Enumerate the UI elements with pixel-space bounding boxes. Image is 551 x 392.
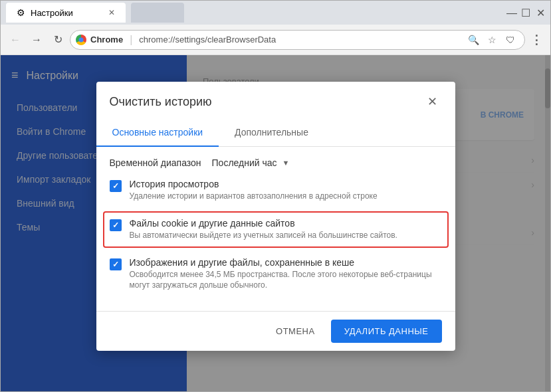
minimize-button[interactable]: — xyxy=(506,8,516,17)
cookies-desc: Вы автоматически выйдете из учетных запи… xyxy=(130,230,442,241)
title-bar: ⚙ Настройки ✕ — ☐ ✕ xyxy=(1,1,550,25)
active-tab-label: Настройки xyxy=(31,8,73,18)
maximize-button[interactable]: ☐ xyxy=(521,8,530,17)
window-controls: — ☐ ✕ xyxy=(506,8,545,17)
cookies-checkbox-item: ✓ Файлы cookie и другие данные сайтов Вы… xyxy=(103,211,449,248)
history-checkbox-content: История просмотров Удаление истории и ва… xyxy=(130,179,442,202)
cancel-button[interactable]: ОТМЕНА xyxy=(265,321,326,342)
tab-basic[interactable]: Основные настройки xyxy=(96,119,219,147)
tab-advanced[interactable]: Дополнительные xyxy=(219,119,324,147)
time-range-row: Временной диапазон Последний час ▼ xyxy=(110,157,442,168)
cache-title: Изображения и другие файлы, сохраненные … xyxy=(130,257,442,268)
cache-desc: Освободится менее 34,5 МБ пространства. … xyxy=(130,269,442,292)
address-search-button[interactable]: 🔍 xyxy=(465,31,482,49)
window-close-button[interactable]: ✕ xyxy=(536,8,545,17)
cache-checkbox[interactable]: ✓ xyxy=(110,258,122,270)
address-bar: ← → ↻ Chrome | chrome://settings/clearBr… xyxy=(1,25,550,55)
address-input[interactable]: Chrome | chrome://settings/clearBrowserD… xyxy=(70,30,525,50)
history-desc: Удаление истории и вариантов автозаполне… xyxy=(130,191,442,202)
modal-overlay: Очистить историю ✕ Основные настройки До… xyxy=(1,55,550,391)
cache-check-icon: ✓ xyxy=(112,260,119,269)
history-title: История просмотров xyxy=(130,179,442,189)
browser-main: ≡ Настройки Пользователи Войти в Chrome … xyxy=(1,55,550,391)
tab-close-button[interactable]: ✕ xyxy=(108,8,115,17)
history-checkbox[interactable]: ✓ xyxy=(110,180,122,192)
chrome-logo-icon xyxy=(76,35,86,45)
cache-checkbox-item: ✓ Изображения и другие файлы, сохраненны… xyxy=(110,257,442,292)
cookies-checkbox[interactable]: ✓ xyxy=(110,219,122,231)
settings-gear-icon: ⚙ xyxy=(17,7,25,18)
address-separator: | xyxy=(130,34,132,46)
history-check-icon: ✓ xyxy=(112,181,119,191)
refresh-button[interactable]: ↻ xyxy=(49,31,67,49)
modal-body: Временной диапазон Последний час ▼ ✓ Ист… xyxy=(96,147,455,311)
modal-title: Очистить историю xyxy=(110,95,212,109)
cookies-check-icon: ✓ xyxy=(112,221,119,230)
more-menu-button[interactable]: ⋮ xyxy=(528,31,545,49)
bookmark-star-button[interactable]: ☆ xyxy=(483,31,500,49)
history-checkbox-item: ✓ История просмотров Удаление истории и … xyxy=(110,179,442,202)
modal-tabs: Основные настройки Дополнительные xyxy=(96,119,455,147)
cookies-checkbox-content: Файлы cookie и другие данные сайтов Вы а… xyxy=(130,218,442,241)
forward-button[interactable]: → xyxy=(27,31,46,49)
address-chrome-brand: Chrome xyxy=(90,35,123,45)
modal-header: Очистить историю ✕ xyxy=(96,82,455,111)
cache-checkbox-content: Изображения и другие файлы, сохраненные … xyxy=(130,257,442,292)
time-range-value: Последний час xyxy=(212,157,277,168)
delete-data-button[interactable]: УДАЛИТЬ ДАННЫЕ xyxy=(331,320,442,343)
active-tab[interactable]: ⚙ Настройки ✕ xyxy=(6,3,126,23)
chevron-down-icon: ▼ xyxy=(282,159,290,167)
clear-history-modal: Очистить историю ✕ Основные настройки До… xyxy=(96,82,455,351)
time-range-label: Временной диапазон xyxy=(110,157,201,168)
cookies-title: Файлы cookie и другие данные сайтов xyxy=(130,218,442,229)
back-button[interactable]: ← xyxy=(6,31,25,49)
modal-close-button[interactable]: ✕ xyxy=(423,92,442,111)
address-path: chrome://settings/clearBrowserData xyxy=(139,35,276,45)
shield-button[interactable]: 🛡 xyxy=(502,31,519,49)
time-range-select[interactable]: Последний час ▼ xyxy=(212,157,290,168)
modal-footer: ОТМЕНА УДАЛИТЬ ДАННЫЕ xyxy=(96,311,455,351)
inactive-tab[interactable] xyxy=(131,3,184,23)
